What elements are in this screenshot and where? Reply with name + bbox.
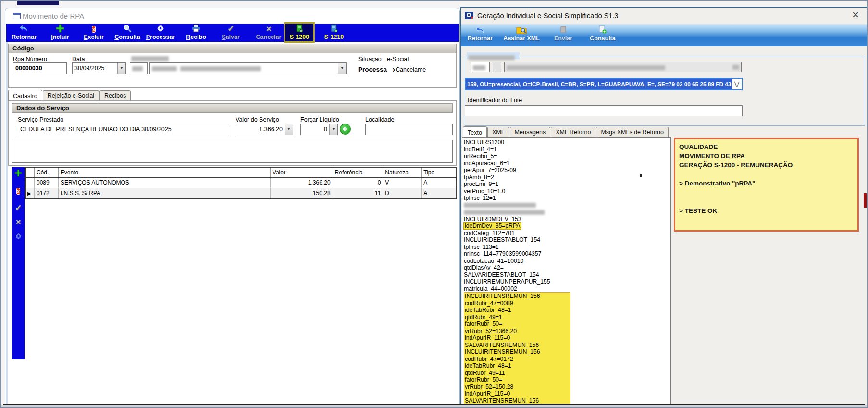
retornar-button[interactable]: Retornar <box>465 25 496 45</box>
redacted-lookup-button[interactable] <box>493 62 501 72</box>
confirm-icon[interactable]: ✓ <box>12 203 25 213</box>
salvar-button-disabled: ✓ Salvar <box>218 24 244 41</box>
assinar-xml-button[interactable]: Assinar XML <box>500 25 543 45</box>
texto-line: tpInsc_12=1 <box>464 195 670 202</box>
table-cell: A <box>422 178 456 188</box>
rpa-numero-input[interactable]: 00000030 <box>13 62 67 74</box>
data-label: Data <box>72 56 85 62</box>
folder-search-icon <box>500 25 543 35</box>
redacted-label <box>131 56 169 61</box>
texto-line: INCLUIRITENSREMUN_156 <box>464 348 570 356</box>
table-cell: A <box>422 188 456 198</box>
row-selector-header[interactable] <box>26 168 35 177</box>
note-line: > TESTE OK <box>679 206 854 215</box>
s1210-button[interactable]: S-1210 <box>321 24 347 41</box>
retornar-button[interactable]: Retornar <box>8 24 40 41</box>
tab-rejei-o-e-social[interactable]: Rejeição e-Social <box>43 90 99 101</box>
redacted-code-input[interactable] <box>471 62 490 72</box>
highlighted-line: ideDmDev_35=pRPA <box>464 223 521 229</box>
recalculate-button[interactable] <box>340 124 351 135</box>
highlighted-block: INCLUIRITENSREMUN_156codRubr_47=0089ideT… <box>464 292 570 405</box>
delete-row-icon[interactable]: x <box>12 186 25 196</box>
cancel-icon[interactable]: × <box>12 217 25 227</box>
texto-line: INCLUIRIDEESTABLOT_154 <box>464 236 670 244</box>
redacted-combobox[interactable]: ▼ <box>149 62 347 74</box>
texto-tab-panel[interactable]: INCLUIRS1200indRetif_4=1nrRecibo_5=indAp… <box>462 137 671 406</box>
window-title: Movimento de RPA <box>23 12 84 20</box>
observacao-textarea[interactable] <box>12 140 453 163</box>
search-icon <box>112 24 143 34</box>
table-row[interactable]: 0089SERVIÇOS AUTONOMOS1.366.200VA <box>26 178 456 188</box>
texto-line: ideDmDev_35=pRPA <box>464 223 670 230</box>
dropdown-arrow-icon[interactable]: ▼ <box>285 124 293 135</box>
texto-line: indApuracao_6=1 <box>464 160 670 167</box>
valor-servico-label: Valor do Serviço <box>236 116 279 123</box>
document-gear-icon <box>321 24 347 34</box>
tab-xml-retorno[interactable]: XML Retorno <box>551 127 595 137</box>
table-cell: 11 <box>333 188 384 198</box>
forcar-liquido-combobox[interactable]: 0 ▼ <box>300 124 338 135</box>
processar-button[interactable]: Processar <box>143 24 178 41</box>
esocial-label: e-Social <box>387 56 409 62</box>
tab-recibos[interactable]: Recibos <box>99 90 131 101</box>
close-icon[interactable]: × <box>848 9 863 21</box>
texto-line: ideTabRubr_48=1 <box>464 362 570 370</box>
settings-gear-icon[interactable] <box>12 233 25 242</box>
redacted-code-input[interactable] <box>130 62 148 74</box>
servico-prestado-input[interactable]: CEDULA DE PRESENÇA REUNIÃO DO DIA 30/09/… <box>18 124 227 135</box>
chevron-down-icon[interactable]: ⋁ <box>732 79 742 89</box>
texto-line: SALVARIDEESTABLOT_154 <box>464 272 670 279</box>
column-header[interactable]: Natureza <box>383 168 422 177</box>
texto-line: indApurIR_115=0 <box>464 334 570 342</box>
s1200-button[interactable]: S-1200 <box>286 24 313 41</box>
esocial-toolbar: Retornar Assinar XML Enviar Consulta <box>461 24 867 46</box>
main-toolbar: Retornar Incluir x Excluir Consulta <box>6 24 459 42</box>
tab-cadastro[interactable]: Cadastro <box>8 90 42 101</box>
column-header[interactable]: Referência <box>333 168 384 177</box>
undo-icon <box>465 25 496 35</box>
incluir-button[interactable]: Incluir <box>47 24 74 41</box>
data-combobox[interactable]: 30/09/2025 ▼ <box>72 62 126 74</box>
dropdown-arrow-icon[interactable]: ▼ <box>338 63 346 74</box>
grid-side-toolbar: x ✓ × <box>12 167 25 359</box>
valor-servico-combobox[interactable]: 1.366.20 ▼ <box>236 124 293 135</box>
dropdown-arrow-icon[interactable]: ▼ <box>117 63 125 74</box>
dropdown-arrow-icon[interactable]: ▼ <box>329 124 337 135</box>
left-tabstrip: CadastroRejeição e-SocialRecibos <box>8 90 131 101</box>
note-line: GERAÇÃO S-1200 - REMUNERAÇÃO <box>679 161 854 170</box>
column-header[interactable]: Cód. <box>35 168 59 177</box>
redacted-name-input <box>504 62 742 72</box>
texto-line <box>464 202 670 209</box>
situacao-label: Situação <box>358 56 382 62</box>
servico-prestado-label: Serviço Prestado <box>18 116 63 123</box>
recibo-button[interactable]: Recibo <box>182 24 210 41</box>
tab-msgs-xmls-de-retorno[interactable]: Msgs XMLs de Retorno <box>596 127 669 137</box>
identificador-lote-input[interactable] <box>465 105 743 116</box>
texto-line <box>464 209 670 216</box>
tab-mensagens[interactable]: Mensagens <box>510 127 551 137</box>
texto-line: INCLUIRDMDEV_153 <box>464 216 670 223</box>
table-cell: 0 <box>333 178 384 188</box>
texto-line: fatorRubr_50= <box>464 321 570 328</box>
app-icon <box>465 12 473 19</box>
texto-line: codLotacao_41=10010 <box>464 258 670 265</box>
column-header[interactable]: Evento <box>59 168 271 177</box>
excluir-button[interactable]: x Excluir <box>79 24 108 41</box>
localidade-input[interactable] <box>365 124 453 135</box>
column-header[interactable]: Valor <box>271 168 333 177</box>
cancelamento-checkbox[interactable] <box>387 66 393 72</box>
consulta-button[interactable]: Consulta <box>588 25 618 45</box>
add-row-icon[interactable] <box>12 169 25 179</box>
window-title: Geração Individual e-Social Simplificado… <box>477 12 618 20</box>
arrow-left-icon <box>340 124 350 134</box>
table-row[interactable]: ▶0172I.N.S.S. S/ RPA150.2811DA <box>26 188 456 199</box>
screenshot-root: Movimento de RPA Retornar Incluir x Excl… <box>0 0 868 408</box>
certificate-combobox[interactable]: 159, OU=presencial, O=ICP-Brasil, C=BR, … <box>465 78 743 90</box>
tab-texto[interactable]: Texto <box>463 126 487 138</box>
tab-xml[interactable]: XML <box>487 127 509 137</box>
texto-line: matricula_44=00002 <box>464 285 670 293</box>
consulta-button[interactable]: Consulta <box>112 24 143 41</box>
column-header[interactable]: Tipo <box>422 168 456 177</box>
row-selector-cell: ▶ <box>26 188 35 198</box>
identificador-lote-label: Identificador do Lote <box>468 97 522 104</box>
